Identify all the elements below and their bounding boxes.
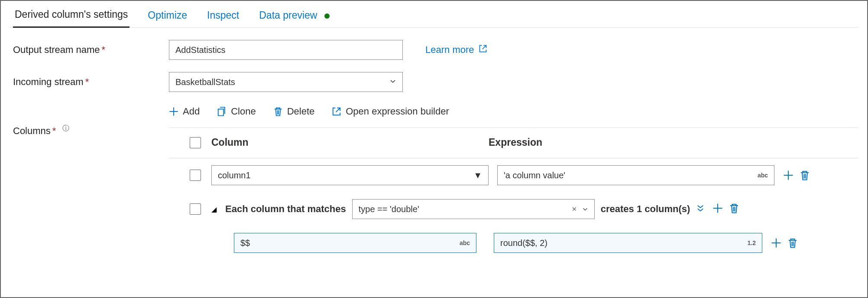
tab-inspect[interactable]: Inspect <box>205 10 241 27</box>
type-badge: abc <box>758 172 768 179</box>
pattern-value-expression-input[interactable]: round($$, 2) 1.2 <box>494 233 762 253</box>
tab-data-preview[interactable]: Data preview <box>257 10 331 27</box>
chevron-down-icon <box>389 78 396 87</box>
external-link-icon <box>479 44 487 56</box>
row-checkbox[interactable] <box>190 203 201 215</box>
add-button[interactable]: Add <box>169 106 200 117</box>
pattern-name-expr-value: $$ <box>240 238 250 248</box>
learn-more-link[interactable]: Learn more <box>425 44 487 56</box>
info-icon[interactable]: ⓘ <box>62 124 69 132</box>
pattern-value-expr-value: round($$, 2) <box>500 238 547 248</box>
output-stream-label: Output stream name* <box>13 44 169 56</box>
pattern-condition-value: type == 'double' <box>359 204 419 214</box>
required-asterisk: * <box>52 125 56 136</box>
output-stream-label-text: Output stream name <box>13 44 100 55</box>
clone-button[interactable]: Clone <box>217 106 256 117</box>
preview-status-dot <box>324 13 330 19</box>
pattern-name-expression-input[interactable]: $$ abc <box>234 233 476 253</box>
open-builder-label: Open expression builder <box>346 106 449 117</box>
incoming-stream-label: Incoming stream* <box>13 76 169 88</box>
expression-input[interactable]: 'a column value' abc <box>497 165 774 185</box>
columns-label: Columns* ⓘ <box>13 104 169 137</box>
delete-row-icon[interactable] <box>800 170 810 180</box>
column-header-column: Column <box>211 137 489 148</box>
pattern-sub-row: $$ abc round($$, 2) 1.2 <box>169 226 858 260</box>
clear-icon[interactable]: ✕ <box>572 206 577 213</box>
expand-toggle-icon[interactable]: ◢ <box>211 205 217 213</box>
output-stream-input[interactable] <box>169 40 403 60</box>
add-row-icon[interactable] <box>783 170 794 180</box>
incoming-stream-label-text: Incoming stream <box>13 76 84 87</box>
columns-toolbar: Add Clone Delete <box>169 104 858 128</box>
delete-row-icon[interactable] <box>787 238 798 248</box>
caret-down-icon: ▼ <box>473 170 482 180</box>
required-asterisk: * <box>85 76 89 87</box>
delete-button-label: Delete <box>287 106 315 117</box>
panel-drag-handle[interactable] <box>421 0 447 1</box>
open-expression-builder-button[interactable]: Open expression builder <box>332 106 449 117</box>
pattern-rule-row: ◢ Each column that matches type == 'doub… <box>169 192 858 226</box>
type-badge: 1.2 <box>748 239 756 246</box>
type-badge: abc <box>460 239 470 246</box>
clone-button-label: Clone <box>231 106 256 117</box>
delete-button[interactable]: Delete <box>273 106 315 117</box>
tab-bar: Derived column's settings Optimize Inspe… <box>10 1 858 28</box>
delete-row-icon[interactable] <box>729 203 739 216</box>
expression-value: 'a column value' <box>504 170 565 180</box>
pattern-condition-input[interactable]: type == 'double' ✕ <box>352 199 595 219</box>
column-header-expression: Expression <box>489 137 542 148</box>
trash-icon <box>273 107 283 116</box>
tab-data-preview-label: Data preview <box>259 10 317 21</box>
pattern-prefix-text: Each column that matches <box>225 203 346 215</box>
incoming-stream-value: BasketballStats <box>175 77 235 87</box>
plus-icon <box>169 107 178 116</box>
select-all-checkbox[interactable] <box>190 137 201 148</box>
add-button-label: Add <box>183 106 200 117</box>
clone-icon <box>217 107 227 116</box>
add-row-icon[interactable] <box>771 238 781 248</box>
required-asterisk: * <box>102 44 106 55</box>
column-name-select[interactable]: column1 ▼ <box>211 165 489 185</box>
tab-settings[interactable]: Derived column's settings <box>13 9 130 28</box>
expand-double-chevron-icon[interactable] <box>696 204 705 215</box>
tab-optimize[interactable]: Optimize <box>146 10 189 27</box>
add-row-icon[interactable] <box>713 203 723 216</box>
columns-header-row: Column Expression <box>169 128 858 158</box>
column-name-value: column1 <box>218 170 251 180</box>
external-link-icon <box>332 107 341 116</box>
column-row: column1 ▼ 'a column value' abc <box>169 158 858 192</box>
learn-more-text: Learn more <box>425 44 474 56</box>
pattern-suffix-text: creates 1 column(s) <box>601 203 690 215</box>
columns-label-text: Columns <box>13 125 51 136</box>
row-checkbox[interactable] <box>190 170 201 181</box>
incoming-stream-select[interactable]: BasketballStats <box>169 72 403 92</box>
chevron-down-icon <box>582 204 588 214</box>
